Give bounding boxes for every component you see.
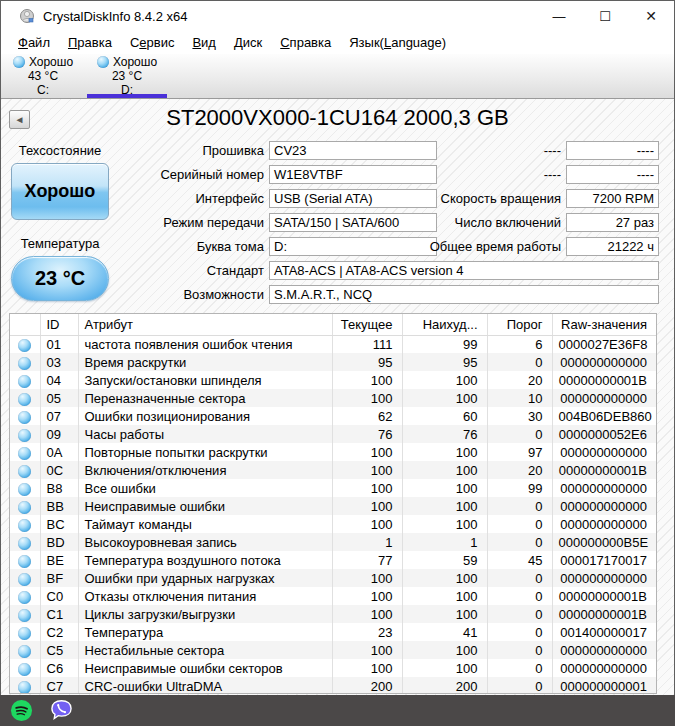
column-header-attribute[interactable]: Атрибут bbox=[78, 314, 332, 335]
table-row[interactable]: 01частота появления ошибок чтения1119960… bbox=[10, 335, 656, 353]
menu-item-help[interactable]: Справка bbox=[271, 33, 340, 52]
disk-tab-d[interactable]: Хорошо23 °CD: bbox=[85, 54, 169, 98]
cell-attribute: Все ошибки bbox=[78, 479, 332, 497]
column-header-id[interactable]: ID bbox=[40, 314, 78, 335]
cell-worst: 100 bbox=[402, 659, 487, 677]
row-status-cell bbox=[10, 533, 40, 551]
table-row[interactable]: BBНеисправимые ошибки1001000000000000000 bbox=[10, 497, 656, 515]
cell-worst: 100 bbox=[402, 443, 487, 461]
table-row[interactable]: C1Циклы загрузки/выгрузки100100000000000… bbox=[10, 605, 656, 623]
cell-id: 09 bbox=[40, 425, 78, 443]
cell-attribute: Температура воздушного потока bbox=[78, 551, 332, 569]
menu-item-disk[interactable]: Диск bbox=[225, 33, 271, 52]
cell-current: 100 bbox=[332, 389, 402, 407]
spotify-icon[interactable] bbox=[10, 699, 33, 722]
table-row[interactable]: BFОшибки при ударных нагрузках1001000000… bbox=[10, 569, 656, 587]
table-row[interactable]: 03Время раскрутки95950000000000000 bbox=[10, 353, 656, 371]
cell-raw: 000000000000 bbox=[552, 353, 656, 371]
status-orb-icon bbox=[13, 56, 25, 68]
cell-attribute: Температура bbox=[78, 623, 332, 641]
info-field-label: Буква тома bbox=[1, 237, 264, 256]
column-header-worst[interactable]: Наихуд... bbox=[402, 314, 487, 335]
table-row[interactable]: C0Отказы отключения питания1001000000000… bbox=[10, 587, 656, 605]
cell-attribute: Время раскрутки bbox=[78, 353, 332, 371]
cell-raw: 00000000001B bbox=[552, 461, 656, 479]
cell-id: BC bbox=[40, 515, 78, 533]
menu-item-function[interactable]: Сервис bbox=[121, 33, 184, 52]
title-bar: CrystalDiskInfo 8.4.2 x64 — ☐ ✕ bbox=[1, 1, 674, 31]
cell-worst: 100 bbox=[402, 479, 487, 497]
table-row[interactable]: 09Часы работы767600000000052E6 bbox=[10, 425, 656, 443]
cell-threshold: 0 bbox=[487, 587, 552, 605]
cell-current: 100 bbox=[332, 479, 402, 497]
disk-tab-temperature: 43 °C bbox=[1, 69, 85, 83]
status-orb-icon bbox=[97, 56, 109, 68]
row-status-cell bbox=[10, 569, 40, 587]
cell-current: 100 bbox=[332, 587, 402, 605]
table-row[interactable]: C6Неисправимые ошибки секторов1001000000… bbox=[10, 659, 656, 677]
disk-tab-temperature: 23 °C bbox=[85, 69, 169, 83]
menu-item-file[interactable]: Файл bbox=[9, 33, 59, 52]
app-icon bbox=[19, 8, 35, 24]
status-orb-icon bbox=[18, 339, 31, 352]
cell-current: 100 bbox=[332, 659, 402, 677]
column-header-current[interactable]: Текущее bbox=[332, 314, 402, 335]
cell-id: BB bbox=[40, 497, 78, 515]
cell-attribute: Запуски/остановки шпинделя bbox=[78, 371, 332, 389]
table-row[interactable]: C2Температура23410001400000017 bbox=[10, 623, 656, 641]
table-row[interactable]: 07Ошибки позиционирования626030004B06DEB… bbox=[10, 407, 656, 425]
menu-item-edit[interactable]: Правка bbox=[59, 33, 121, 52]
menu-item-view[interactable]: Вид bbox=[183, 33, 225, 52]
info-field-value: ---- bbox=[566, 165, 659, 184]
cell-current: 200 bbox=[332, 677, 402, 694]
row-status-cell bbox=[10, 425, 40, 443]
cell-worst: 59 bbox=[402, 551, 487, 569]
row-status-cell bbox=[10, 551, 40, 569]
cell-worst: 1 bbox=[402, 533, 487, 551]
cell-raw: 000000000000 bbox=[552, 443, 656, 461]
column-header-threshold[interactable]: Порог bbox=[487, 314, 552, 335]
status-orb-icon bbox=[18, 537, 31, 550]
menu-item-language[interactable]: Язык(Language) bbox=[340, 33, 455, 52]
status-orb-icon bbox=[18, 573, 31, 586]
row-status-cell bbox=[10, 623, 40, 641]
table-row[interactable]: BDВысокоуровневая запись110000000000B5E bbox=[10, 533, 656, 551]
table-row[interactable]: 0CВключения/отключения100100200000000000… bbox=[10, 461, 656, 479]
info-field-label: Возможности bbox=[1, 285, 264, 304]
drive-title: ST2000VX000-1CU164 2000,3 GB bbox=[1, 105, 674, 131]
cell-raw: 0000000052E6 bbox=[552, 425, 656, 443]
table-row[interactable]: C5Нестабильные сектора100100000000000000… bbox=[10, 641, 656, 659]
row-status-cell bbox=[10, 353, 40, 371]
smart-table: ID Атрибут Текущее Наихуд... Порог Raw-з… bbox=[9, 313, 657, 694]
minimize-button[interactable]: — bbox=[536, 1, 582, 31]
cell-worst: 100 bbox=[402, 641, 487, 659]
cell-id: 05 bbox=[40, 389, 78, 407]
table-row[interactable]: 04Запуски/остановки шпинделя100100200000… bbox=[10, 371, 656, 389]
column-header-raw[interactable]: Raw-значения bbox=[552, 314, 656, 335]
row-status-cell bbox=[10, 605, 40, 623]
cell-raw: 004B06DEB860 bbox=[552, 407, 656, 425]
cell-threshold: 20 bbox=[487, 461, 552, 479]
info-field-label: Серийный номер bbox=[1, 165, 264, 184]
close-button[interactable]: ✕ bbox=[628, 1, 674, 31]
disk-tab-c[interactable]: Хорошо43 °CC: bbox=[1, 54, 85, 98]
table-row[interactable]: 05Переназначенные сектора100100100000000… bbox=[10, 389, 656, 407]
cell-id: C7 bbox=[40, 677, 78, 694]
disk-tab-status-label: Хорошо bbox=[29, 55, 73, 69]
maximize-button[interactable]: ☐ bbox=[582, 1, 628, 31]
status-orb-icon bbox=[18, 591, 31, 604]
row-status-cell bbox=[10, 515, 40, 533]
table-row[interactable]: C7CRC-ошибки UltraDMA2002000000000000001 bbox=[10, 677, 656, 694]
cell-attribute: Циклы загрузки/выгрузки bbox=[78, 605, 332, 623]
cell-threshold: 0 bbox=[487, 605, 552, 623]
table-row[interactable]: 0AПовторные попытки раскрутки10010097000… bbox=[10, 443, 656, 461]
table-row[interactable]: B8Все ошибки10010099000000000000 bbox=[10, 479, 656, 497]
table-row[interactable]: BCТаймаут команды1001000000000000000 bbox=[10, 515, 656, 533]
table-row[interactable]: BEТемпература воздушного потока775945000… bbox=[10, 551, 656, 569]
cell-raw: 0000027E36F8 bbox=[552, 335, 656, 353]
cell-threshold: 6 bbox=[487, 335, 552, 353]
column-header-status[interactable] bbox=[10, 314, 40, 335]
cell-attribute: Таймаут команды bbox=[78, 515, 332, 533]
viber-icon[interactable] bbox=[50, 699, 73, 722]
cell-threshold: 0 bbox=[487, 353, 552, 371]
